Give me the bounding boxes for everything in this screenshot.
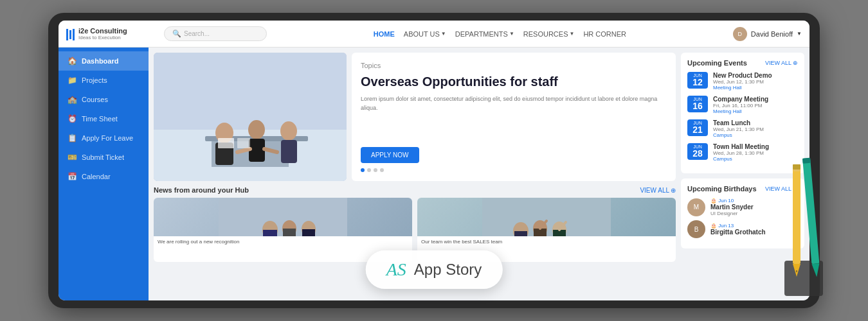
news-card-1-img bbox=[154, 198, 412, 236]
news-section-header: News from around your Hub VIEW ALL ⊕ bbox=[154, 186, 676, 194]
sidebar-label-courses: Courses bbox=[82, 96, 108, 103]
tablet-frame: i2e Consulting Ideas to Execution 🔍 Sear… bbox=[48, 13, 820, 308]
event-item-3: JUN 21 Team Lunch Wed, Jun 21, 1:30 PM C… bbox=[687, 119, 798, 138]
svg-rect-18 bbox=[283, 229, 296, 236]
logo-area: i2e Consulting Ideas to Execution bbox=[66, 27, 156, 40]
events-title: Upcoming Events bbox=[687, 59, 747, 67]
svg-point-6 bbox=[248, 120, 265, 139]
events-view-all-icon: ⊕ bbox=[793, 60, 798, 66]
apply-now-button[interactable]: APPLY NOW bbox=[361, 147, 419, 163]
logo-company-name: i2e Consulting bbox=[78, 27, 127, 35]
svg-rect-13 bbox=[237, 138, 250, 148]
sidebar-label-leave: Apply For Leave bbox=[82, 134, 133, 142]
user-name: David Benioff bbox=[751, 30, 793, 38]
event-item-1: JUN 12 New Product Demo Wed, Jun 12, 1:3… bbox=[687, 72, 798, 91]
nav-departments[interactable]: DEPARTMENTS ▼ bbox=[455, 30, 514, 38]
svg-rect-31 bbox=[793, 164, 800, 264]
svg-rect-12 bbox=[218, 138, 234, 148]
news-section-title: News from around your Hub bbox=[154, 186, 249, 194]
events-header: Upcoming Events VIEW ALL ⊕ bbox=[687, 59, 798, 67]
calendar-icon: 📅 bbox=[68, 172, 77, 181]
nav-home[interactable]: HOME bbox=[374, 30, 395, 38]
topics-label: Topics bbox=[361, 62, 667, 69]
svg-rect-35 bbox=[802, 158, 819, 264]
hero-text-panel: Topics Overseas Opportunities for staff … bbox=[352, 53, 676, 181]
sidebar-label-dashboard: Dashboard bbox=[82, 57, 118, 65]
clock-icon: ⏰ bbox=[68, 114, 77, 123]
top-nav: i2e Consulting Ideas to Execution 🔍 Sear… bbox=[59, 21, 809, 48]
sidebar-item-ticket[interactable]: 🎫 Submit Ticket bbox=[59, 148, 149, 167]
sidebar: 🏠 Dashboard 📁 Projects 🏫 Courses ⏰ Time … bbox=[59, 48, 149, 300]
nav-about[interactable]: ABOUT US ▼ bbox=[404, 30, 446, 38]
sidebar-label-ticket: Submit Ticket bbox=[82, 153, 124, 161]
dot-3[interactable] bbox=[374, 168, 377, 172]
events-view-all[interactable]: VIEW ALL ⊕ bbox=[765, 60, 798, 66]
hero-title: Overseas Opportunities for staff bbox=[361, 73, 667, 90]
svg-rect-9 bbox=[281, 140, 297, 163]
avatar: D bbox=[733, 27, 747, 41]
sidebar-item-projects[interactable]: 📁 Projects bbox=[59, 71, 149, 90]
search-icon: 🔍 bbox=[172, 30, 181, 38]
event-item-2: JUN 16 Company Meeting Fri, Jun 16, 11:0… bbox=[687, 96, 798, 114]
logo-text-area: i2e Consulting Ideas to Execution bbox=[78, 27, 127, 40]
sidebar-item-leave[interactable]: 📋 Apply For Leave bbox=[59, 128, 149, 148]
svg-rect-33 bbox=[793, 164, 800, 169]
logo-bar-1 bbox=[66, 29, 68, 40]
app-story-text: App Story bbox=[414, 261, 482, 279]
event-date-3: JUN 21 bbox=[687, 119, 708, 136]
nav-links: HOME ABOUT US ▼ DEPARTMENTS ▼ RESOURCES … bbox=[275, 30, 725, 38]
app-story-logo: AS bbox=[386, 259, 406, 280]
hero-row: Topics Overseas Opportunities for staff … bbox=[154, 53, 676, 181]
birthday-avatar-2: B bbox=[687, 220, 705, 238]
search-placeholder: Search... bbox=[184, 30, 210, 37]
dot-1[interactable] bbox=[361, 168, 365, 172]
news-card-1-text: We are rolling out a new recognition bbox=[154, 236, 412, 247]
sidebar-item-calendar[interactable]: 📅 Calendar bbox=[59, 167, 149, 186]
dot-4[interactable] bbox=[380, 168, 384, 172]
news-view-all[interactable]: VIEW ALL ⊕ bbox=[640, 187, 676, 194]
user-dropdown-icon[interactable]: ▼ bbox=[797, 31, 802, 37]
event-date-4: JUN 28 bbox=[687, 143, 708, 160]
logo-icon bbox=[66, 28, 75, 40]
event-date-2: JUN 16 bbox=[687, 96, 708, 112]
sidebar-label-calendar: Calendar bbox=[82, 173, 111, 180]
event-info-1: New Product Demo Wed, Jun 12, 1:30 PM Me… bbox=[713, 72, 798, 91]
svg-rect-34 bbox=[793, 169, 800, 171]
logo-sub-text: Ideas to Execution bbox=[78, 35, 127, 40]
sidebar-item-courses[interactable]: 🏫 Courses bbox=[59, 90, 149, 109]
circle-arrow-icon: ⊕ bbox=[671, 187, 676, 194]
logo-bar-2 bbox=[69, 30, 71, 39]
svg-rect-20 bbox=[302, 229, 315, 236]
nav-resources[interactable]: RESOURCES ▼ bbox=[523, 30, 575, 38]
hero-image bbox=[154, 53, 347, 181]
pencils-decoration bbox=[775, 152, 833, 302]
courses-icon: 🏫 bbox=[68, 95, 77, 104]
leave-icon: 📋 bbox=[68, 134, 77, 143]
news-card-1[interactable]: We are rolling out a new recognition bbox=[154, 198, 412, 262]
user-area: D David Benioff ▼ bbox=[733, 27, 802, 41]
svg-rect-23 bbox=[514, 231, 527, 236]
birthday-avatar-1: M bbox=[687, 198, 705, 216]
home-icon: 🏠 bbox=[68, 56, 77, 65]
news-card-2-text: Our team win the best SALES team bbox=[417, 236, 676, 247]
event-info-3: Team Lunch Wed, Jun 21, 1:30 PM Campus bbox=[713, 119, 798, 138]
event-info-2: Company Meeting Fri, Jun 16, 11:00 PM Me… bbox=[713, 96, 798, 114]
svg-point-8 bbox=[280, 121, 297, 141]
svg-rect-37 bbox=[802, 158, 811, 164]
event-date-1: JUN 12 bbox=[687, 72, 708, 89]
sidebar-item-dashboard[interactable]: 🏠 Dashboard bbox=[59, 51, 149, 71]
sidebar-label-projects: Projects bbox=[82, 76, 107, 84]
app-story-overlay: AS App Story bbox=[366, 250, 503, 289]
dot-2[interactable] bbox=[367, 168, 371, 172]
search-box[interactable]: 🔍 Search... bbox=[164, 26, 267, 41]
news-card-2-img bbox=[417, 198, 676, 236]
sidebar-item-timesheet[interactable]: ⏰ Time Sheet bbox=[59, 109, 149, 128]
carousel-dots bbox=[361, 168, 667, 172]
sidebar-label-timesheet: Time Sheet bbox=[82, 115, 118, 123]
pencils-svg bbox=[775, 152, 833, 299]
hero-svg bbox=[154, 53, 347, 181]
ticket-icon: 🎫 bbox=[68, 153, 77, 162]
nav-hr-corner[interactable]: HR CORNER bbox=[583, 30, 626, 38]
birthdays-title: Upcoming Birthdays bbox=[687, 185, 757, 193]
svg-rect-16 bbox=[263, 230, 277, 236]
